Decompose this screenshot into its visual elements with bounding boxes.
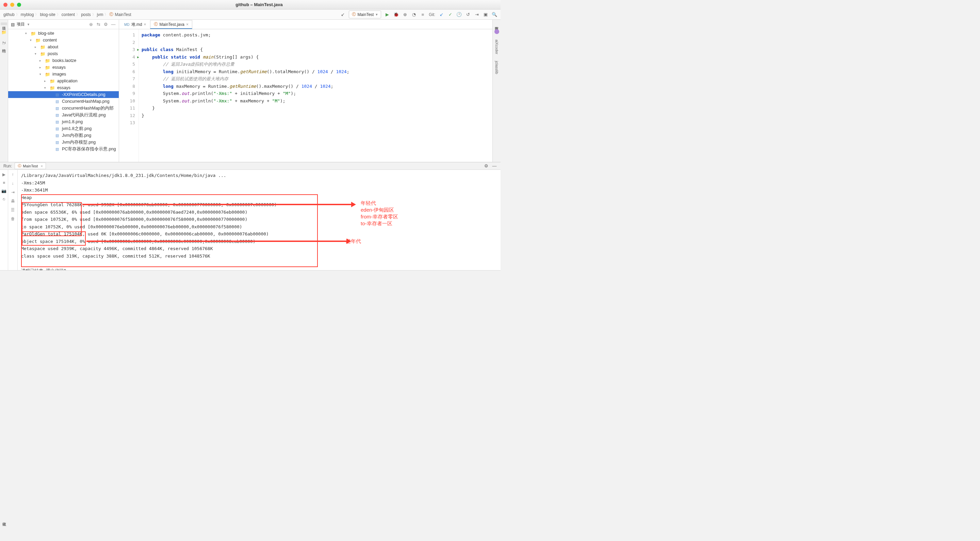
run-config-selector[interactable]: Ⓒ MainTest ▼ [349, 11, 381, 18]
back-icon[interactable]: ↙ [340, 12, 345, 18]
debug-icon[interactable]: 🐞 [393, 12, 399, 18]
run-toolbar-left: ▶ ■ 📷 ⎋ [0, 170, 8, 270]
tree-row[interactable]: ▧Jvm内存模型.png [8, 139, 119, 146]
tree-row[interactable]: ▧PC寄存器保存指令示意.png [8, 146, 119, 153]
toolbar-actions: ↙ Ⓒ MainTest ▼ ▶ 🐞 ⊕ ◔ ■ Git: ↙ ✓ 🕐 ↺ ⇥ … [340, 11, 497, 18]
tree-label: ConcurrentHashMap.png [62, 99, 110, 104]
crumb[interactable]: jvm [97, 12, 103, 17]
close-icon[interactable] [3, 3, 8, 7]
run-config-label: MainTest [357, 12, 374, 17]
tree-row[interactable]: ▾📁images [8, 71, 119, 78]
close-icon[interactable]: × [186, 22, 189, 27]
tab-project[interactable]: 项目 [1, 22, 7, 25]
tree-row[interactable]: ▧concurrentHashMap的内部 [8, 105, 119, 111]
tree-row[interactable]: ▧ConcurrentHashMap.png [8, 98, 119, 105]
close-icon[interactable]: × [40, 164, 43, 168]
crumb[interactable]: MainTest [115, 12, 131, 17]
editor-body[interactable]: 12▶3▶45678910111213 package content.post… [119, 29, 492, 162]
tree-label: concurrentHashMap的内部 [62, 105, 114, 111]
hide-icon[interactable]: — [111, 22, 116, 27]
tree-label: Jvm内存模型.png [62, 140, 95, 145]
filter-icon[interactable]: ☰ [10, 207, 16, 213]
bottom-tool-tabs: ⎇ 9: Git ≡ 6: TODO ▶ 4: Run >_ 终端 3 事件日志 [0, 270, 501, 270]
console-output[interactable]: /Library/Java/JavaVirtualMachines/jdk1.8… [18, 170, 501, 270]
navigation-bar: github〉 myblog〉 blog-site〉 content〉 post… [0, 10, 501, 20]
editor-tab[interactable]: Ⓒ MainTest.java × [150, 20, 192, 29]
gear-icon[interactable]: ⚙ [103, 22, 108, 27]
ide-structure-icon[interactable]: ▣ [483, 12, 488, 18]
vcs-push-icon[interactable]: ⇥ [474, 12, 479, 18]
project-tree[interactable]: ▾📁blog-site▾📁content▸📁about▾📁posts▸📁book… [8, 29, 119, 153]
folder-icon: 📁 [35, 38, 41, 43]
expand-icon[interactable]: ⇆ [95, 22, 101, 27]
tree-row[interactable]: ▧jvm1.8.png [8, 118, 119, 125]
search-icon[interactable]: 🔍 [492, 12, 497, 18]
exit-icon[interactable]: ⎋ [2, 196, 7, 202]
tree-row[interactable]: ▸📁books.laotze [8, 57, 119, 64]
file-icon: ▧ [54, 99, 60, 104]
crumb[interactable]: github [3, 12, 14, 17]
tab-structure[interactable]: Z: 结构 [1, 40, 7, 47]
tree-label: posts [48, 51, 58, 56]
folder-icon: 📁 [45, 58, 50, 63]
chevron-down-icon[interactable]: ▼ [27, 23, 30, 26]
hide-icon[interactable]: — [492, 163, 497, 169]
camera-icon[interactable]: 📷 [2, 188, 7, 194]
tree-row[interactable]: ▾📁content [8, 37, 119, 43]
tree-row[interactable]: ▾📁essays [8, 84, 119, 91]
folder-icon: 📁 [50, 85, 55, 91]
locate-icon[interactable]: ⊕ [88, 22, 94, 27]
file-icon: ▧ [54, 113, 60, 118]
print-icon[interactable]: 🖶 [10, 198, 16, 204]
folder-icon[interactable]: 📁 [2, 30, 7, 35]
vcs-update-icon[interactable]: ↙ [439, 12, 444, 18]
gear-icon[interactable]: ⚙ [484, 163, 489, 169]
down-icon[interactable]: ↓ [10, 181, 16, 186]
run-icon[interactable]: ▶ [385, 12, 390, 18]
crumb[interactable]: myblog [21, 12, 34, 17]
git-label: Git: [429, 12, 435, 17]
code-area[interactable]: package content.posts.jvm; public class … [139, 29, 492, 162]
vcs-commit-icon[interactable]: ✓ [447, 12, 453, 18]
tab-database[interactable]: 数据库 [493, 22, 500, 25]
tab-aixcoder[interactable]: aiXcoder [494, 38, 500, 56]
tree-row[interactable]: ▧Jvm内存图.png [8, 132, 119, 139]
up-icon[interactable]: ↑ [10, 172, 16, 177]
tree-label: jvm1.8.png [62, 119, 83, 124]
tree-row[interactable]: ▧jvm1.8之前.png [8, 125, 119, 132]
class-icon: Ⓒ [109, 11, 113, 18]
minimize-icon[interactable] [10, 3, 14, 7]
tree-row[interactable]: ▧-XXPrintGCDetails.png [8, 91, 119, 98]
markdown-icon: MD [124, 23, 130, 27]
close-icon[interactable]: × [144, 22, 146, 27]
vcs-history-icon[interactable]: 🕐 [456, 12, 462, 18]
profile-icon[interactable]: ◔ [411, 12, 417, 18]
tree-row[interactable]: ▧Java代码执行流程.png [8, 111, 119, 118]
tab-jclasslib[interactable]: jclasslib [494, 60, 500, 76]
coverage-icon[interactable]: ⊕ [402, 12, 408, 18]
rerun-icon[interactable]: ▶ [2, 172, 7, 177]
tree-row[interactable]: ▸📁about [8, 43, 119, 50]
vcs-revert-icon[interactable]: ↺ [465, 12, 471, 18]
line-gutter: 12▶3▶45678910111213 [119, 29, 139, 162]
file-icon: ▧ [54, 120, 60, 124]
tree-row[interactable]: ▾📁blog-site [8, 30, 119, 37]
wrap-icon[interactable]: ⇥ [10, 189, 16, 195]
maximize-icon[interactable] [17, 3, 21, 7]
trash-icon[interactable]: 🗑 [10, 216, 16, 221]
tree-row[interactable]: ▸📁essays [8, 64, 119, 71]
tab-label: 堆.md [131, 22, 142, 27]
crumb[interactable]: posts [81, 12, 91, 17]
run-tab[interactable]: Ⓒ MainTest × [14, 162, 46, 169]
stop-icon[interactable]: ■ [420, 12, 425, 18]
breadcrumb: github〉 myblog〉 blog-site〉 content〉 post… [3, 11, 131, 18]
editor-tab[interactable]: MD 堆.md × [121, 20, 150, 29]
tree-row[interactable]: ▾📁posts [8, 50, 119, 57]
crumb[interactable]: blog-site [40, 12, 55, 17]
stop-icon[interactable]: ■ [2, 180, 7, 185]
tree-row[interactable]: ▸📁application [8, 78, 119, 84]
file-icon: ▧ [54, 134, 60, 138]
aixcoder-icon[interactable] [495, 29, 499, 34]
console-line: 进程已结束,退出代码0 [21, 267, 497, 270]
crumb[interactable]: content [62, 12, 75, 17]
